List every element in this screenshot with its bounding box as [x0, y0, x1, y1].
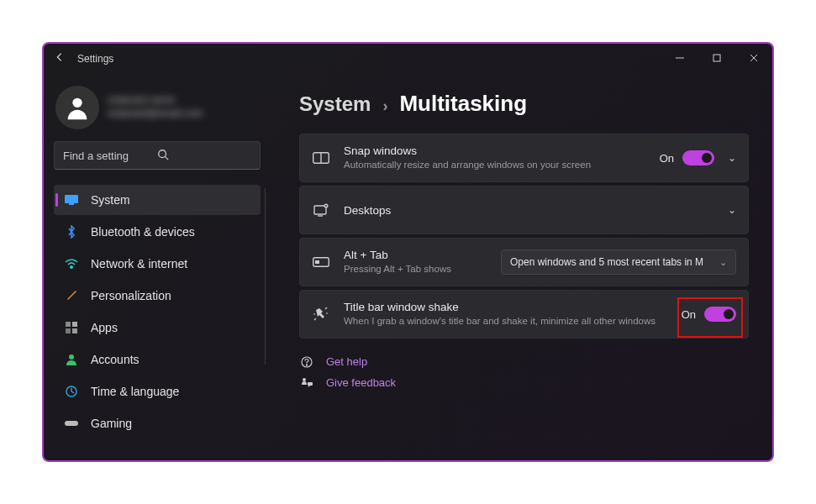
svg-point-30	[303, 378, 306, 381]
minimize-button[interactable]	[661, 45, 698, 71]
svg-rect-16	[65, 421, 78, 426]
svg-point-29	[306, 364, 307, 365]
svg-rect-8	[69, 203, 74, 205]
card-title: Title bar window shake	[344, 301, 668, 313]
give-feedback-link[interactable]: Give feedback	[299, 376, 749, 389]
sidebar-item-apps[interactable]: Apps	[54, 312, 261, 343]
svg-rect-12	[66, 328, 71, 333]
sidebar-item-personalization[interactable]: Personalization	[54, 281, 261, 311]
svg-rect-23	[315, 260, 319, 264]
card-subtitle: Pressing Alt + Tab shows	[344, 263, 487, 276]
card-subtitle: Automatically resize and arrange windows…	[344, 159, 646, 172]
main-panel: System › Multitasking Snap windows Autom…	[271, 72, 772, 460]
alttab-icon	[312, 257, 330, 267]
chevron-right-icon: ›	[382, 97, 387, 115]
svg-line-6	[166, 156, 169, 160]
svg-line-25	[314, 318, 316, 320]
profile[interactable]: redacted name redacted@email.com	[54, 84, 261, 141]
chevron-down-icon[interactable]: ⌄	[728, 152, 736, 164]
link-label: Get help	[326, 355, 367, 368]
search-icon	[157, 149, 251, 163]
svg-point-14	[69, 354, 74, 360]
sidebar: redacted name redacted@email.com Find a …	[44, 72, 271, 460]
dropdown-value: Open windows and 5 most recent tabs in M	[510, 256, 703, 268]
card-alt-tab[interactable]: Alt + Tab Pressing Alt + Tab shows Open …	[299, 238, 749, 286]
shake-toggle[interactable]	[704, 307, 736, 322]
window-title: Settings	[77, 53, 113, 65]
svg-rect-31	[308, 382, 313, 386]
chevron-down-icon: ⌄	[719, 257, 727, 268]
shake-icon	[312, 307, 330, 322]
svg-rect-10	[66, 322, 71, 327]
person-icon	[64, 352, 79, 367]
sidebar-item-time[interactable]: Time & language	[54, 376, 261, 407]
sidebar-item-bluetooth[interactable]: Bluetooth & devices	[54, 217, 261, 247]
breadcrumb: System › Multitasking	[299, 91, 749, 117]
toggle-state: On	[660, 152, 674, 165]
display-icon	[64, 192, 79, 207]
nav-label: Bluetooth & devices	[91, 225, 195, 239]
card-subtitle: When I grab a window's title bar and sha…	[344, 315, 668, 328]
gamepad-icon	[64, 416, 79, 431]
get-help-link[interactable]: Get help	[299, 355, 749, 368]
svg-point-4	[72, 98, 82, 108]
card-title-bar-shake[interactable]: Title bar window shake When I grab a win…	[299, 290, 749, 339]
help-icon	[299, 356, 314, 368]
alttab-dropdown[interactable]: Open windows and 5 most recent tabs in M…	[501, 249, 736, 275]
profile-text: redacted name redacted@email.com	[108, 94, 203, 120]
wifi-icon	[64, 256, 79, 271]
svg-point-5	[159, 150, 166, 157]
apps-icon	[64, 320, 79, 335]
nav-label: Time & language	[91, 385, 179, 398]
chevron-down-icon[interactable]: ⌄	[728, 204, 736, 216]
close-button[interactable]	[735, 45, 772, 71]
titlebar: Settings	[44, 44, 772, 72]
nav-label: Personalization	[91, 289, 171, 302]
svg-rect-11	[72, 322, 77, 327]
svg-rect-13	[72, 328, 77, 333]
svg-rect-19	[314, 206, 326, 214]
brush-icon	[64, 288, 79, 303]
desktops-icon	[312, 203, 330, 217]
nav-label: Apps	[91, 321, 118, 334]
card-title: Desktops	[344, 204, 709, 217]
feedback-icon	[299, 377, 314, 389]
svg-point-9	[71, 266, 72, 268]
sidebar-item-accounts[interactable]: Accounts	[54, 344, 261, 375]
nav-label: Network & internet	[91, 257, 187, 270]
svg-rect-1	[713, 55, 720, 61]
breadcrumb-parent[interactable]: System	[299, 92, 371, 116]
sidebar-item-system[interactable]: System	[54, 185, 261, 215]
maximize-button[interactable]	[698, 45, 735, 71]
clock-icon	[64, 384, 79, 399]
svg-line-26	[325, 307, 327, 309]
avatar	[55, 86, 99, 129]
nav-label: Accounts	[91, 353, 140, 366]
snap-icon	[312, 152, 330, 164]
card-snap-windows[interactable]: Snap windows Automatically resize and ar…	[299, 134, 749, 182]
page-title: Multitasking	[399, 91, 527, 117]
card-desktops[interactable]: Desktops ⌄	[299, 186, 749, 234]
back-icon[interactable]	[54, 51, 66, 66]
nav-divider	[265, 188, 266, 365]
sidebar-item-network[interactable]: Network & internet	[54, 249, 261, 279]
card-title: Alt + Tab	[344, 249, 487, 261]
svg-rect-7	[65, 195, 78, 203]
nav: System Bluetooth & devices Network & int…	[54, 185, 261, 438]
toggle-state: On	[682, 308, 696, 321]
nav-label: Gaming	[91, 417, 132, 430]
bluetooth-icon	[64, 224, 79, 239]
snap-toggle[interactable]	[682, 150, 714, 165]
nav-label: System	[91, 193, 130, 207]
search-input[interactable]: Find a setting	[54, 141, 261, 170]
sidebar-item-gaming[interactable]: Gaming	[54, 408, 261, 438]
settings-window: Settings redacted name redacted@email.co…	[42, 42, 774, 462]
card-title: Snap windows	[344, 144, 646, 157]
search-placeholder: Find a setting	[63, 150, 157, 162]
link-label: Give feedback	[326, 376, 396, 389]
